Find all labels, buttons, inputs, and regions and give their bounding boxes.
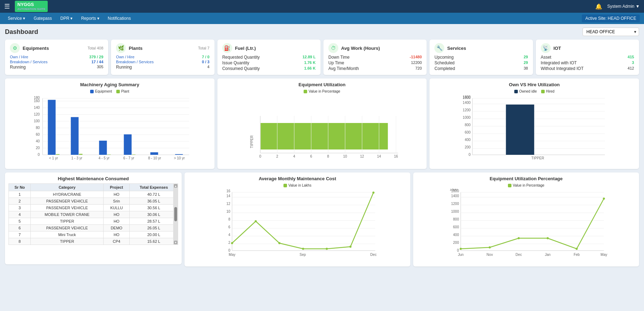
bar-equip-1-3yr (71, 117, 78, 155)
point-feb (576, 248, 578, 250)
svg-text:60: 60 (36, 133, 40, 136)
equip-own-hire-label[interactable]: Own / Hire (10, 55, 28, 59)
svg-text:800: 800 (465, 123, 471, 127)
maintenance-table-card: Highest Maintenance Consumed Sr No Categ… (5, 172, 182, 264)
own-vs-hire-chart: Own VS Hire Utilization Owned idle Hired… (429, 78, 639, 169)
machinery-aging-chart: Machinery Aging Summary Equipment Plant … (5, 78, 215, 169)
equip-util-pct-chart: Equipment Utilization Percentage Value i… (413, 172, 639, 266)
table-header: Sr No Category Project Total Expenses (9, 184, 178, 191)
uptime-label: Up Time (328, 60, 344, 65)
plants-own-hire-label[interactable]: Own / Hire (116, 55, 134, 59)
equipments-icon: ⚙ (10, 43, 20, 53)
legend-owned-label: Owned idle (519, 89, 537, 93)
svg-text:6: 6 (310, 154, 312, 158)
svg-text:0: 0 (457, 248, 459, 252)
svg-text:600: 600 (453, 225, 459, 229)
svg-text:1 - 3 yr: 1 - 3 yr (71, 156, 83, 160)
avg-work-icon: ⏱ (328, 43, 338, 53)
point-5 (326, 248, 328, 250)
point-6 (350, 246, 352, 248)
services-card: 🔧 Services Upcoming 29 Scheduled 29 Comp… (429, 40, 533, 75)
legend-owned-idle: Owned idle (514, 89, 537, 93)
scheduled-value: 29 (523, 60, 528, 65)
equipments-card-header: ⚙ Equipments Total 408 (10, 43, 103, 53)
nav-reports[interactable]: Reports ▾ (77, 14, 103, 23)
scroll-down-arrow[interactable]: ▼ (174, 241, 177, 244)
cell-expenses: 26.05 L (130, 225, 178, 231)
table-row: 4 MOBILE TOWER CRANE HO 30.06 L (9, 211, 178, 218)
svg-text:2: 2 (276, 154, 278, 158)
services-card-header: 🔧 Services (434, 43, 528, 53)
svg-text:200: 200 (465, 145, 471, 149)
svg-text:800: 800 (453, 217, 459, 221)
cell-sr: 5 (9, 218, 31, 225)
svg-text:2: 2 (228, 241, 230, 245)
bar-tipper-owned (506, 105, 534, 155)
svg-text:16: 16 (226, 189, 230, 193)
legend-value-pct-dot (304, 90, 307, 93)
bell-icon[interactable]: 🔔 (595, 3, 602, 10)
cell-category: MOBILE TOWER CRANE (31, 211, 104, 218)
cell-category: PASSENGER VEHICLE (31, 225, 104, 231)
avg-work-card-header: ⏱ Avg Work (Hours) (328, 43, 422, 53)
plants-breakdown-value: 0 / 3 (202, 60, 209, 64)
fuel-issue-row: Issue Quantity 1.76 K (222, 60, 316, 66)
legend-equipment-dot (90, 90, 94, 93)
services-title: Services (447, 46, 466, 51)
upcoming-value: 29 (523, 55, 528, 60)
nav-bar: Service ▾ Gatepass DPR ▾ Reports ▾ Notif… (0, 13, 644, 24)
avg-work-card: ⏱ Avg Work (Hours) Down Time -11480 Up T… (323, 40, 427, 75)
fuel-card: ⛽ Fuel (Ltr.) Requested Quantity 12.89 L… (217, 40, 321, 75)
downtime-row: Down Time -11480 (328, 54, 422, 60)
maintenance-data-table: Sr No Category Project Total Expenses 1 … (8, 183, 178, 245)
nav-notifications[interactable]: Notifications (104, 14, 134, 23)
svg-text:120: 120 (34, 112, 40, 116)
svg-text:1400: 1400 (463, 101, 471, 105)
equip-running-value: 305 (97, 65, 103, 70)
cell-category: PASSENGER VEHICLE (31, 198, 104, 205)
cell-project: HO (104, 231, 130, 238)
legend-value-pct2-dot (508, 184, 511, 187)
legend-hired: Hired (541, 89, 555, 93)
asset-label: Asset (541, 55, 551, 60)
without-iot-row: Without Integrated IOT 412 (541, 66, 634, 71)
svg-text:Sep: Sep (300, 253, 306, 257)
completed-label: Completed (434, 66, 455, 71)
svg-text:Dec: Dec (516, 253, 522, 257)
table-scroll-area: Sr No Category Project Total Expenses 1 … (8, 183, 178, 245)
equip-breakdown-value: 17 / 44 (92, 60, 104, 64)
nav-dpr[interactable]: DPR ▾ (57, 14, 76, 23)
point-2 (255, 220, 257, 222)
svg-text:16: 16 (394, 154, 398, 158)
svg-text:200: 200 (453, 241, 459, 245)
nav-gatepass[interactable]: Gatepass (30, 14, 55, 23)
equip-breakdown-label[interactable]: Breakdown / Services (10, 60, 47, 64)
plants-breakdown-label[interactable]: Breakdown / Services (116, 60, 153, 64)
cell-project: HO (104, 211, 130, 218)
site-selector[interactable]: HEAD OFFICE SITE A SITE B (582, 28, 639, 36)
point-jan (547, 237, 549, 239)
table-scrollbar[interactable]: ▲ ▼ (173, 183, 178, 245)
svg-text:1800: 1800 (463, 95, 471, 99)
equipments-card: ⚙ Equipments Total 408 Own / Hire 379 / … (5, 40, 108, 75)
point-may2 (603, 198, 605, 200)
bar-plant-4-5yr (107, 154, 111, 155)
user-info[interactable]: System Admin ▼ (607, 4, 640, 9)
svg-text:4: 4 (228, 233, 230, 237)
uptime-value: 12200 (411, 60, 422, 65)
scroll-up-arrow[interactable]: ▲ (174, 184, 177, 188)
completed-row: Completed 38 (434, 66, 528, 71)
legend-owned-dot (514, 90, 518, 93)
bar-equip-4-5yr (99, 141, 107, 155)
asset-row: Asset 415 (541, 54, 634, 60)
avg-monthly-title: Average Monthly Maintenance Cost (188, 176, 407, 181)
nav-service[interactable]: Service ▾ (4, 14, 29, 23)
active-site-badge: Active Site: HEAD OFFICE (582, 14, 640, 22)
charts-row-1: Machinery Aging Summary Equipment Plant … (5, 78, 639, 169)
table-with-scroll: Sr No Category Project Total Expenses 1 … (8, 183, 178, 245)
scroll-thumb[interactable] (174, 207, 177, 221)
svg-text:May: May (229, 253, 235, 257)
hamburger-icon[interactable]: ☰ (4, 2, 10, 10)
fuel-consumed-label: Consumed Quantity (222, 66, 260, 71)
cell-project: HO (104, 218, 130, 225)
